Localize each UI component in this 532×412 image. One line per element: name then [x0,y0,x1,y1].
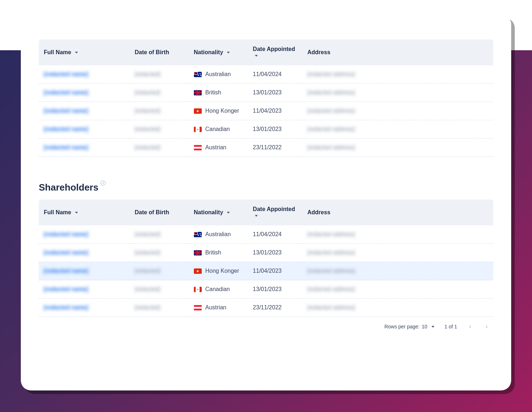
date-appointed-value: 11/04/2024 [253,71,281,77]
col-full-name[interactable]: Full Name [39,39,130,65]
sort-icon [75,212,78,214]
address-value: [redacted address] [307,268,355,274]
col-label: Date of Birth [135,49,169,55]
nationality-value: Hong Konger [205,108,239,114]
sort-icon [75,52,78,53]
col-label: Nationality [194,209,223,215]
col-address: Address [302,200,493,225]
nationality-value: Austrian [205,304,227,310]
table-row[interactable]: [redacted name][redacted]Australian11/04… [39,65,493,84]
flag-icon [194,250,202,256]
table-row[interactable]: [redacted name][redacted]Hong Konger11/0… [39,262,493,280]
dob-value: [redacted] [135,268,160,274]
nationality-value: Canadian [205,286,230,292]
rows-per-page-select[interactable]: Rows per page: 10 [384,324,435,329]
dob-value: [redacted] [135,144,160,150]
dob-value: [redacted] [135,71,160,77]
person-name-link[interactable]: [redacted name] [44,304,88,310]
nationality-value: Australian [205,71,231,77]
address-value: [redacted address] [307,144,355,150]
address-value: [redacted address] [307,231,355,237]
nationality-value: British [205,89,221,95]
person-name-link[interactable]: [redacted name] [44,286,88,292]
date-appointed-value: 11/04/2023 [253,108,281,114]
table-row[interactable]: [redacted name][redacted]British13/01/20… [39,244,493,262]
table-row[interactable]: [redacted name][redacted]Hong Konger11/0… [39,102,493,120]
flag-icon [194,232,202,237]
officers-table: Full Name Date of Birth Nationality Date… [39,39,493,157]
table-row[interactable]: [redacted name][redacted]Canadian13/01/2… [39,280,493,299]
flag-icon [194,145,202,150]
nationality-value: Canadian [205,126,230,132]
dob-value: [redacted] [135,108,160,114]
person-name-link[interactable]: [redacted name] [44,268,88,274]
col-date-of-birth: Date of Birth [130,39,189,65]
date-appointed-value: 13/01/2023 [253,286,281,292]
dob-value: [redacted] [135,249,160,256]
table-row[interactable]: [redacted name][redacted]British13/01/20… [39,84,493,102]
flag-icon [194,268,202,274]
date-appointed-value: 11/04/2024 [253,231,281,237]
col-address: Address [302,39,493,65]
sort-icon [255,55,258,57]
nationality-value: Hong Konger [205,268,239,274]
person-name-link[interactable]: [redacted name] [44,108,88,114]
dob-value: [redacted] [135,126,160,132]
rows-value: 10 [422,324,428,329]
person-name-link[interactable]: [redacted name] [44,71,88,77]
dob-value: [redacted] [135,89,160,95]
col-nationality[interactable]: Nationality [189,200,248,225]
table-row[interactable]: [redacted name][redacted]Austrian23/11/2… [39,139,493,157]
page-info: 1 of 1 [444,324,457,329]
col-label: Nationality [194,49,223,55]
sort-icon [227,52,230,53]
dob-value: [redacted] [135,304,160,310]
main-card: Full Name Date of Birth Nationality Date… [21,14,511,390]
col-date-appointed[interactable]: Date Appointed [248,39,302,65]
person-name-link[interactable]: [redacted name] [44,231,88,237]
person-name-link[interactable]: [redacted name] [44,126,88,132]
col-nationality[interactable]: Nationality [189,39,248,65]
table-header-row: Full Name Date of Birth Nationality Date… [39,200,493,225]
chevron-down-icon [431,326,434,328]
flag-icon [194,90,202,95]
address-value: [redacted address] [307,249,355,256]
date-appointed-value: 13/01/2023 [253,89,281,95]
table-row[interactable]: [redacted name][redacted]Australian11/04… [39,225,493,244]
address-value: [redacted address] [307,126,355,132]
address-value: [redacted address] [307,89,355,95]
flag-icon [194,305,202,310]
shareholders-table: Full Name Date of Birth Nationality Date… [39,200,493,331]
col-label: Address [307,209,330,215]
date-appointed-value: 13/01/2023 [253,126,281,132]
dob-value: [redacted] [135,231,160,237]
person-name-link[interactable]: [redacted name] [44,249,88,256]
flag-icon [194,127,202,132]
person-name-link[interactable]: [redacted name] [44,89,88,95]
address-value: [redacted address] [307,304,355,310]
nationality-value: Austrian [205,144,227,150]
col-date-of-birth: Date of Birth [130,200,189,225]
flag-icon [194,108,202,114]
date-appointed-value: 13/01/2023 [253,249,281,256]
nationality-value: British [205,249,221,256]
address-value: [redacted address] [307,71,355,77]
flag-icon [194,287,202,292]
info-icon[interactable]: i [101,181,106,186]
table-row[interactable]: [redacted name][redacted]Canadian13/01/2… [39,120,493,139]
col-label: Date Appointed [253,46,295,52]
sort-icon [255,215,258,217]
dob-value: [redacted] [135,286,160,292]
table-row[interactable]: [redacted name][redacted]Austrian23/11/2… [39,299,493,317]
person-name-link[interactable]: [redacted name] [44,144,88,150]
next-page-button[interactable]: › [484,322,490,331]
flag-icon [194,72,202,77]
prev-page-button[interactable]: ‹ [467,322,473,331]
table-header-row: Full Name Date of Birth Nationality Date… [39,39,493,65]
col-date-appointed[interactable]: Date Appointed [248,200,302,225]
col-full-name[interactable]: Full Name [39,200,130,225]
pagination: Rows per page: 10 1 of 1 ‹ › [39,317,493,331]
date-appointed-value: 23/11/2022 [253,304,281,310]
col-label: Full Name [44,49,71,55]
rows-label: Rows per page: [384,324,420,329]
